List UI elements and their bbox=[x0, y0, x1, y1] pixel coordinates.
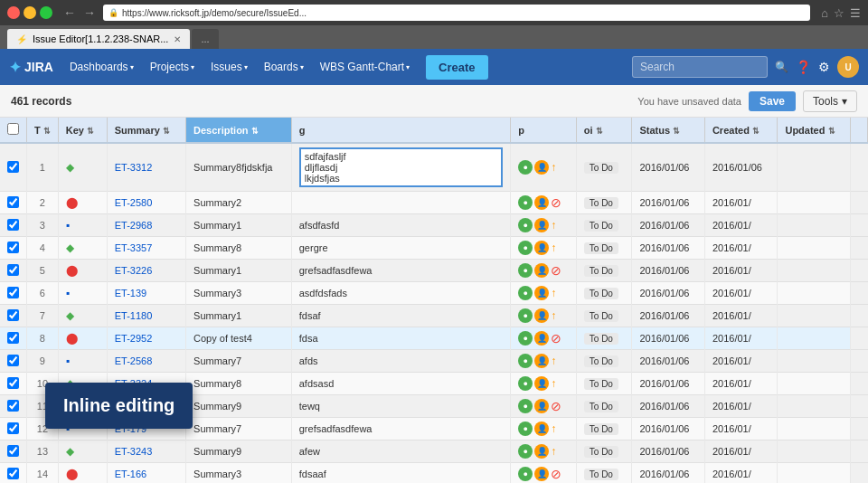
summary-cell: Copy of test4 bbox=[186, 327, 292, 350]
updated-cell: 2016/01/06 bbox=[704, 143, 778, 192]
row-checkbox[interactable] bbox=[7, 332, 19, 344]
row-checkbox[interactable] bbox=[7, 242, 19, 253]
issue-key[interactable]: ET-1180 bbox=[107, 305, 185, 327]
nav-projects[interactable]: Projects ▾ bbox=[143, 57, 202, 77]
nav-issues[interactable]: Issues ▾ bbox=[203, 57, 255, 77]
col-t[interactable]: T ⇅ bbox=[27, 118, 59, 143]
close-button[interactable] bbox=[7, 6, 20, 19]
row-checkbox-cell[interactable] bbox=[0, 395, 27, 418]
help-icon[interactable]: ❓ bbox=[796, 60, 811, 74]
row-checkbox[interactable] bbox=[7, 355, 19, 366]
menu-icon[interactable]: ☰ bbox=[850, 6, 861, 20]
col-g[interactable]: g bbox=[291, 118, 510, 143]
minimize-button[interactable] bbox=[24, 6, 36, 19]
row-checkbox[interactable] bbox=[7, 161, 19, 173]
issue-key[interactable]: ET-2968 bbox=[107, 214, 185, 237]
tab-other[interactable]: ... bbox=[192, 29, 218, 49]
issue-key[interactable]: ET-2580 bbox=[107, 192, 185, 214]
row-checkbox-cell[interactable] bbox=[0, 463, 27, 484]
row-checkbox-cell[interactable] bbox=[0, 418, 27, 440]
row-checkbox[interactable] bbox=[7, 287, 19, 298]
save-button[interactable]: Save bbox=[749, 91, 796, 111]
search-input[interactable] bbox=[632, 56, 768, 78]
row-checkbox-cell[interactable] bbox=[0, 260, 27, 282]
row-number: 14 bbox=[27, 463, 59, 484]
row-checkbox[interactable] bbox=[7, 377, 19, 389]
issue-key[interactable]: ET-3226 bbox=[107, 260, 185, 282]
row-checkbox[interactable] bbox=[7, 219, 19, 231]
tools-button[interactable]: Tools ▾ bbox=[803, 90, 857, 112]
settings-icon[interactable]: ⚙ bbox=[818, 60, 830, 74]
col-summary[interactable]: Summary ⇅ bbox=[107, 118, 185, 143]
icon-g: ● bbox=[518, 331, 533, 346]
row-checkbox[interactable] bbox=[7, 196, 19, 208]
table-row: 8 ⬤ ET-2952 Copy of test4 fdsa ● 👤 ⊘ To … bbox=[0, 327, 868, 350]
updated-cell: 2016/01/ bbox=[704, 282, 778, 305]
row-checkbox-cell[interactable] bbox=[0, 350, 27, 373]
nav-issues-label: Issues bbox=[211, 61, 242, 73]
icons-cell: ● 👤 ↑ bbox=[511, 214, 577, 237]
row-checkbox-cell[interactable] bbox=[0, 327, 27, 350]
row-checkbox-cell[interactable] bbox=[0, 305, 27, 327]
tab-other-label: ... bbox=[201, 33, 209, 44]
row-checkbox-cell[interactable] bbox=[0, 373, 27, 395]
col-created[interactable]: Created ⇅ bbox=[704, 118, 778, 143]
row-checkbox-cell[interactable] bbox=[0, 143, 27, 192]
icon-group: ● 👤 ↑ bbox=[518, 354, 569, 368]
tab-close-icon[interactable]: ✕ bbox=[174, 34, 181, 44]
col-status[interactable]: Status ⇅ bbox=[632, 118, 705, 143]
status-cell: To Do bbox=[576, 463, 632, 484]
issue-key[interactable]: ET-3312 bbox=[107, 143, 185, 192]
row-checkbox[interactable] bbox=[7, 468, 19, 479]
created-cell: 2016/01/06 bbox=[632, 260, 705, 282]
row-checkbox[interactable] bbox=[7, 422, 19, 434]
table-row: 13 ◆ ET-3243 Summary9 afew ● 👤 ↑ To Do 2… bbox=[0, 440, 868, 463]
nav-boards[interactable]: Boards ▾ bbox=[257, 57, 311, 77]
issue-key[interactable]: ET-2952 bbox=[107, 327, 185, 350]
created-cell: 2016/01/06 bbox=[632, 373, 705, 395]
back-button[interactable]: ← bbox=[61, 5, 78, 20]
nav-wbs[interactable]: WBS Gantt-Chart ▾ bbox=[313, 57, 417, 77]
issue-key[interactable]: ET-3357 bbox=[107, 237, 185, 260]
row-checkbox[interactable] bbox=[7, 264, 19, 276]
row-checkbox-cell[interactable] bbox=[0, 440, 27, 463]
row-checkbox-cell[interactable] bbox=[0, 192, 27, 214]
issue-key[interactable]: ET-139 bbox=[107, 282, 185, 305]
sort-t-icon: ⇅ bbox=[43, 127, 51, 136]
select-all-checkbox[interactable] bbox=[7, 123, 19, 135]
user-avatar[interactable]: U bbox=[837, 56, 859, 78]
description-edit-box[interactable]: sdfajfasljfdljflasdjlkjdsfjas bbox=[299, 147, 503, 187]
tab-issue-editor[interactable]: ⚡ Issue Editor[1.1.2.238-SNAR... ✕ bbox=[7, 29, 190, 49]
col-p[interactable]: p bbox=[511, 118, 577, 143]
type-icon: ⬤ bbox=[66, 196, 78, 209]
nav-dashboards[interactable]: Dashboards ▾ bbox=[62, 57, 141, 77]
issue-key[interactable]: ET-2568 bbox=[107, 350, 185, 373]
row-checkbox[interactable] bbox=[7, 309, 19, 321]
row-number: 5 bbox=[27, 260, 59, 282]
created-cell: 2016/01/06 bbox=[632, 395, 705, 418]
star-icon[interactable]: ☆ bbox=[834, 6, 844, 20]
issue-key[interactable]: ET-166 bbox=[107, 463, 185, 484]
col-updated[interactable]: Updated ⇅ bbox=[778, 118, 851, 143]
url-bar[interactable]: 🔒 https://www.ricksoft.jp/demo/secure/Is… bbox=[103, 5, 810, 21]
col-key[interactable]: Key ⇅ bbox=[58, 118, 107, 143]
search-icon[interactable]: 🔍 bbox=[775, 61, 788, 73]
create-button[interactable]: Create bbox=[426, 55, 487, 80]
description-cell-editing[interactable]: sdfajfasljfdljflasdjlkjdsfjas bbox=[291, 143, 510, 192]
status-cell: To Do bbox=[576, 214, 632, 237]
row-checkbox-cell[interactable] bbox=[0, 282, 27, 305]
col-checkbox[interactable] bbox=[0, 118, 27, 143]
status-cell: To Do bbox=[576, 282, 632, 305]
col-description[interactable]: Description ⇅ bbox=[186, 118, 292, 143]
home-icon[interactable]: ⌂ bbox=[821, 6, 828, 20]
row-checkbox[interactable] bbox=[7, 400, 19, 412]
issue-key[interactable]: ET-3243 bbox=[107, 440, 185, 463]
maximize-button[interactable] bbox=[40, 6, 52, 19]
row-checkbox[interactable] bbox=[7, 445, 19, 457]
col-oi[interactable]: oi ⇅ bbox=[576, 118, 632, 143]
row-checkbox-cell[interactable] bbox=[0, 214, 27, 237]
status-cell: To Do bbox=[576, 418, 632, 440]
row-checkbox-cell[interactable] bbox=[0, 237, 27, 260]
forward-button[interactable]: → bbox=[81, 5, 98, 20]
icons-cell: ● 👤 ↑ bbox=[511, 350, 577, 373]
